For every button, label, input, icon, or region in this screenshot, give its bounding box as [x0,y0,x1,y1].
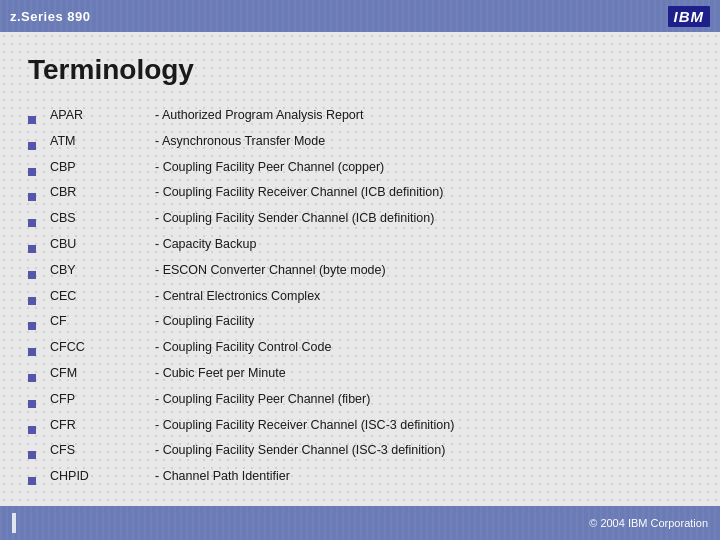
table-row: ATM- Asynchronous Transfer Mode [28,132,692,158]
term-definition: - Coupling Facility Receiver Channel (IC… [135,183,692,209]
table-row: CFCC- Coupling Facility Control Code [28,338,692,364]
term-definition: - Coupling Facility [135,312,692,338]
bullet-icon [28,451,36,459]
table-row: CBR- Coupling Facility Receiver Channel … [28,183,692,209]
term-abbr: CBP [50,158,135,184]
term-definition: - Coupling Facility Control Code [135,338,692,364]
footer-bar: © 2004 IBM Corporation [0,506,720,540]
term-definition: - Coupling Facility Peer Channel (copper… [135,158,692,184]
bullet-icon [28,116,36,124]
bullet-icon [28,245,36,253]
term-definition: - Authorized Program Analysis Report [135,106,692,132]
table-row: CBU- Capacity Backup [28,235,692,261]
term-abbr: CFS [50,441,135,467]
table-row: CFS- Coupling Facility Sender Channel (I… [28,441,692,467]
footer-copyright: © 2004 IBM Corporation [589,517,708,529]
term-abbr: CFP [50,390,135,416]
ibm-logo: IBM [668,6,711,27]
term-abbr: CFR [50,416,135,442]
term-definition: - Capacity Backup [135,235,692,261]
table-row: CBY- ESCON Converter Channel (byte mode) [28,261,692,287]
bullet-icon [28,400,36,408]
bullet-icon [28,193,36,201]
term-abbr: CHPID [50,467,135,493]
term-abbr: CBY [50,261,135,287]
term-abbr: ATM [50,132,135,158]
term-abbr: CFCC [50,338,135,364]
bullet-icon [28,426,36,434]
table-row: CFR- Coupling Facility Receiver Channel … [28,416,692,442]
bullet-icon [28,477,36,485]
header-bar: z.Series 890 IBM [0,0,720,32]
bullet-icon [28,142,36,150]
term-abbr: CBR [50,183,135,209]
term-definition: - Asynchronous Transfer Mode [135,132,692,158]
bullet-icon [28,219,36,227]
page-title: Terminology [28,54,692,86]
term-abbr: CFM [50,364,135,390]
term-definition: - Coupling Facility Sender Channel (ICB … [135,209,692,235]
term-abbr: CEC [50,287,135,313]
term-definition: - ESCON Converter Channel (byte mode) [135,261,692,287]
term-abbr: CBU [50,235,135,261]
table-row: APAR- Authorized Program Analysis Report [28,106,692,132]
bullet-icon [28,271,36,279]
table-row: CBP- Coupling Facility Peer Channel (cop… [28,158,692,184]
bullet-icon [28,322,36,330]
term-definition: - Coupling Facility Receiver Channel (IS… [135,416,692,442]
term-definition: - Coupling Facility Sender Channel (ISC-… [135,441,692,467]
term-definition: - Cubic Feet per Minute [135,364,692,390]
term-definition: - Channel Path Identifier [135,467,692,493]
bullet-icon [28,348,36,356]
table-row: CF- Coupling Facility [28,312,692,338]
footer-accent-line [12,513,16,533]
header-title: z.Series 890 [10,9,90,24]
bullet-icon [28,297,36,305]
term-definition: - Central Electronics Complex [135,287,692,313]
bullet-icon [28,168,36,176]
bullet-icon [28,374,36,382]
table-row: CFM- Cubic Feet per Minute [28,364,692,390]
table-row: CBS- Coupling Facility Sender Channel (I… [28,209,692,235]
table-row: CHPID- Channel Path Identifier [28,467,692,493]
term-abbr: CF [50,312,135,338]
main-content: Terminology APAR- Authorized Program Ana… [0,32,720,506]
table-row: CFP- Coupling Facility Peer Channel (fib… [28,390,692,416]
table-row: CEC- Central Electronics Complex [28,287,692,313]
term-definition: - Coupling Facility Peer Channel (fiber) [135,390,692,416]
term-abbr: APAR [50,106,135,132]
term-abbr: CBS [50,209,135,235]
terms-table: APAR- Authorized Program Analysis Report… [28,106,692,493]
